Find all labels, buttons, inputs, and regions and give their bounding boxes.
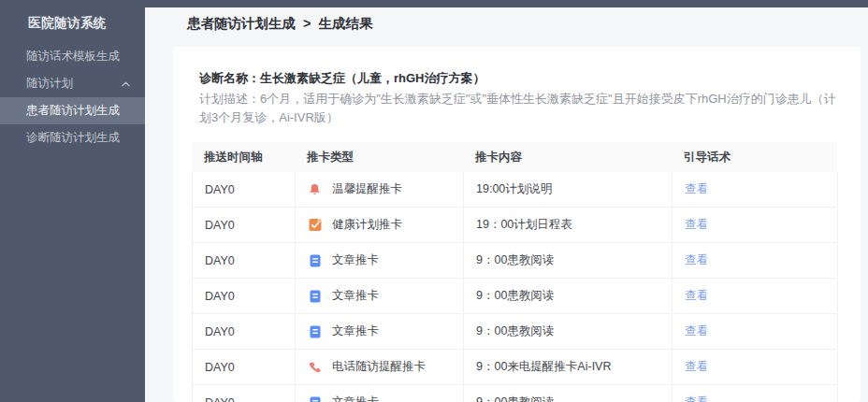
result-card: 诊断名称：生长激素缺乏症（儿童，rhGH治疗方案） 计划描述：6个月，适用于确诊… bbox=[173, 47, 861, 402]
table-header-row: 推送时间轴 推卡类型 推卡内容 引导话术 bbox=[192, 142, 837, 172]
card-type-label: 文章推卡 bbox=[332, 323, 379, 339]
table-row: DAY0文章推卡9：00患教阅读查看 bbox=[192, 243, 837, 279]
cell-action: 查看 bbox=[673, 243, 838, 278]
cell-day: DAY0 bbox=[193, 172, 296, 207]
table-row: DAY0文章推卡9：00患教阅读查看 bbox=[192, 385, 837, 402]
breadcrumb: 患者随访计划生成 > 生成结果 bbox=[145, 7, 868, 39]
card-type-label: 文章推卡 bbox=[332, 395, 379, 402]
cell-day: DAY0 bbox=[193, 314, 296, 349]
view-link[interactable]: 查看 bbox=[685, 395, 708, 402]
cell-card-content: 9：00患教阅读 bbox=[464, 385, 673, 402]
sidebar-item-0[interactable]: 随访话术模板生成 bbox=[0, 43, 145, 70]
cell-day: DAY0 bbox=[193, 208, 296, 242]
app-title: 医院随访系统 bbox=[0, 13, 145, 34]
sidebar-nav: 随访话术模板生成随访计划患者随访计划生成诊断随访计划生成 bbox=[0, 43, 145, 151]
cell-card-content: 9：00患教阅读 bbox=[464, 279, 673, 313]
cell-card-content: 19：00计划日程表 bbox=[464, 208, 673, 242]
card-type-label: 文章推卡 bbox=[332, 252, 379, 268]
cell-card-type: 文章推卡 bbox=[296, 279, 464, 313]
sidebar: 医院随访系统 随访话术模板生成随访计划患者随访计划生成诊断随访计划生成 bbox=[0, 0, 145, 402]
header-card-type: 推卡类型 bbox=[295, 142, 463, 172]
chevron-up-icon bbox=[122, 81, 130, 87]
view-link[interactable]: 查看 bbox=[685, 217, 708, 233]
sidebar-item-2-active[interactable]: 患者随访计划生成 bbox=[0, 97, 145, 124]
cell-card-type: 健康计划推卡 bbox=[296, 208, 464, 242]
cell-day: DAY0 bbox=[193, 350, 296, 384]
diagnosis-name: 诊断名称：生长激素缺乏症（儿童，rhGH治疗方案） bbox=[199, 69, 842, 88]
breadcrumb-current: 生成结果 bbox=[318, 15, 372, 33]
plan-description: 计划描述：6个月，适用于确诊为"生长激素缺乏症"或"垂体性生长激素缺乏症"且开始… bbox=[199, 90, 842, 127]
cell-card-content: 9：00来电提醒推卡Ai-IVR bbox=[464, 350, 673, 384]
cell-action: 查看 bbox=[673, 172, 838, 207]
article-icon bbox=[308, 324, 322, 339]
cell-day: DAY0 bbox=[193, 243, 296, 278]
card-type-label: 温馨提醒推卡 bbox=[332, 181, 402, 197]
cell-card-content: 9：00患教阅读 bbox=[464, 314, 673, 349]
description-value: 6个月，适用于确诊为"生长激素缺乏症"或"垂体性生长激素缺乏症"且开始接受皮下r… bbox=[199, 92, 836, 124]
article-icon bbox=[308, 253, 322, 268]
plan-summary: 诊断名称：生长激素缺乏症（儿童，rhGH治疗方案） 计划描述：6个月，适用于确诊… bbox=[192, 69, 842, 127]
cell-action: 查看 bbox=[673, 314, 838, 349]
card-type-label: 健康计划推卡 bbox=[332, 217, 402, 233]
cell-action: 查看 bbox=[673, 350, 838, 384]
bell-icon bbox=[308, 182, 322, 197]
view-link[interactable]: 查看 bbox=[685, 323, 708, 339]
cell-card-type: 电话随访提醒推卡 bbox=[296, 350, 464, 384]
sidebar-item-3[interactable]: 诊断随访计划生成 bbox=[0, 124, 145, 151]
phone-icon bbox=[308, 360, 322, 375]
diagnosis-value: 生长激素缺乏症（儿童，rhGH治疗方案） bbox=[260, 71, 485, 85]
cell-day: DAY0 bbox=[193, 279, 296, 313]
description-label: 计划描述： bbox=[199, 92, 260, 106]
sidebar-item-label: 随访计划 bbox=[26, 76, 73, 92]
table-row: DAY0健康计划推卡19：00计划日程表查看 bbox=[192, 208, 837, 243]
cell-day: DAY0 bbox=[193, 385, 296, 402]
cell-card-content: 9：00患教阅读 bbox=[464, 243, 673, 278]
sidebar-item-label: 诊断随访计划生成 bbox=[26, 130, 120, 146]
breadcrumb-parent[interactable]: 患者随访计划生成 bbox=[187, 15, 296, 33]
table-row: DAY0温馨提醒推卡19:00计划说明查看 bbox=[192, 172, 837, 208]
push-card-table: 推送时间轴 推卡类型 推卡内容 引导话术 DAY0温馨提醒推卡19:00计划说明… bbox=[192, 142, 837, 402]
cell-action: 查看 bbox=[673, 208, 838, 242]
cell-action: 查看 bbox=[673, 279, 838, 313]
view-link[interactable]: 查看 bbox=[685, 252, 708, 268]
cell-action: 查看 bbox=[673, 385, 838, 402]
diagnosis-label: 诊断名称： bbox=[199, 71, 260, 85]
main-area: 患者随访计划生成 > 生成结果 诊断名称：生长激素缺乏症（儿童，rhGH治疗方案… bbox=[145, 0, 868, 402]
sidebar-item-1[interactable]: 随访计划 bbox=[0, 70, 145, 97]
health-plan-icon bbox=[308, 218, 322, 233]
table-row: DAY0文章推卡9：00患教阅读查看 bbox=[192, 314, 837, 350]
view-link[interactable]: 查看 bbox=[685, 359, 708, 375]
header-push-timeline: 推送时间轴 bbox=[192, 142, 295, 172]
cell-card-content: 19:00计划说明 bbox=[464, 172, 673, 207]
cell-card-type: 文章推卡 bbox=[296, 314, 464, 349]
cell-card-type: 温馨提醒推卡 bbox=[296, 172, 464, 207]
header-card-content: 推卡内容 bbox=[463, 142, 672, 172]
breadcrumb-separator: > bbox=[303, 16, 311, 31]
view-link[interactable]: 查看 bbox=[685, 181, 708, 197]
view-link[interactable]: 查看 bbox=[685, 288, 708, 304]
table-body: DAY0温馨提醒推卡19:00计划说明查看DAY0健康计划推卡19：00计划日程… bbox=[192, 172, 837, 402]
article-icon bbox=[308, 289, 322, 304]
cell-card-type: 文章推卡 bbox=[296, 243, 464, 278]
sidebar-item-label: 患者随访计划生成 bbox=[26, 103, 120, 119]
table-row: DAY0电话随访提醒推卡9：00来电提醒推卡Ai-IVR查看 bbox=[192, 350, 837, 385]
header-guide-script: 引导话术 bbox=[672, 142, 837, 172]
card-type-label: 文章推卡 bbox=[332, 288, 379, 304]
card-type-label: 电话随访提醒推卡 bbox=[332, 359, 426, 375]
table-row: DAY0文章推卡9：00患教阅读查看 bbox=[192, 279, 837, 314]
sidebar-item-label: 随访话术模板生成 bbox=[26, 49, 120, 65]
article-icon bbox=[308, 395, 322, 402]
cell-card-type: 文章推卡 bbox=[296, 385, 464, 402]
